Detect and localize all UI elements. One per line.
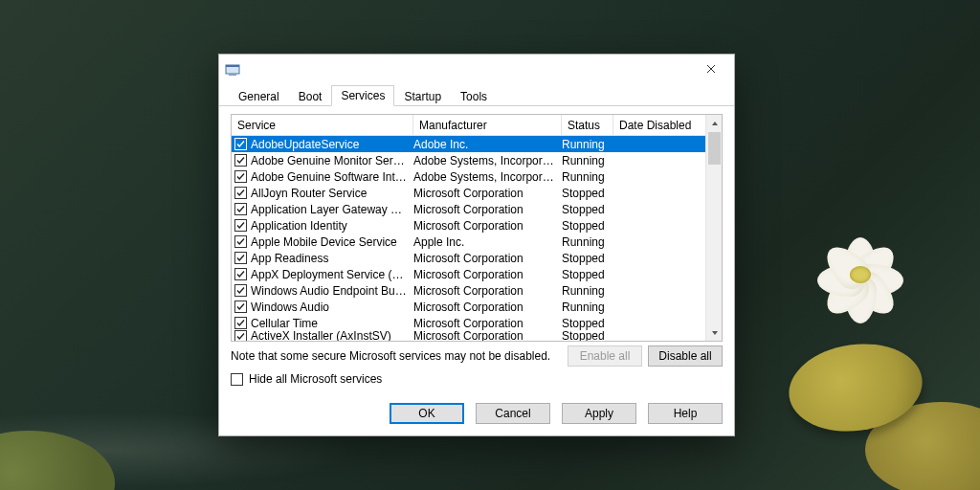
service-row[interactable]: Application IdentityMicrosoft Corporatio… bbox=[232, 217, 705, 234]
service-manufacturer: Microsoft Corporation bbox=[413, 203, 562, 216]
service-name: Windows Audio bbox=[251, 301, 413, 314]
service-name: Application Layer Gateway Service bbox=[251, 203, 413, 216]
service-status: Running bbox=[562, 235, 613, 249]
service-row[interactable]: Windows AudioMicrosoft CorporationRunnin… bbox=[232, 299, 705, 315]
service-manufacturer: Microsoft Corporation bbox=[413, 219, 562, 233]
service-status: Stopped bbox=[562, 268, 613, 281]
cancel-button[interactable]: Cancel bbox=[476, 403, 550, 424]
service-checkbox[interactable] bbox=[234, 138, 247, 150]
service-row[interactable]: Windows Audio Endpoint BuilderMicrosoft … bbox=[232, 282, 705, 299]
service-status: Running bbox=[562, 301, 613, 314]
service-row[interactable]: ActiveX Installer (AxInstSV)Microsoft Co… bbox=[232, 331, 705, 341]
service-status: Running bbox=[562, 138, 613, 151]
service-status: Stopped bbox=[562, 203, 613, 216]
help-button[interactable]: Help bbox=[648, 403, 723, 424]
service-checkbox[interactable] bbox=[234, 330, 247, 342]
disable-all-button[interactable]: Disable all bbox=[648, 345, 723, 367]
service-name: Adobe Genuine Software Integri... bbox=[251, 170, 413, 184]
service-manufacturer: Microsoft Corporation bbox=[413, 187, 562, 200]
tab-startup[interactable]: Startup bbox=[394, 86, 451, 106]
enable-all-button[interactable]: Enable all bbox=[568, 345, 642, 367]
col-date-disabled[interactable]: Date Disabled bbox=[613, 115, 705, 135]
service-status: Running bbox=[562, 154, 613, 167]
services-list: Service Manufacturer Status Date Disable… bbox=[231, 114, 723, 342]
col-service[interactable]: Service bbox=[232, 115, 413, 135]
service-row[interactable]: AllJoyn Router ServiceMicrosoft Corporat… bbox=[232, 185, 705, 201]
service-checkbox[interactable] bbox=[234, 154, 247, 167]
service-manufacturer: Microsoft Corporation bbox=[413, 268, 562, 281]
service-status: Running bbox=[562, 284, 613, 298]
service-name: Adobe Genuine Monitor Service bbox=[251, 154, 413, 167]
service-manufacturer: Microsoft Corporation bbox=[413, 317, 562, 330]
service-status: Stopped bbox=[562, 317, 613, 330]
titlebar bbox=[219, 55, 734, 83]
disable-note: Note that some secure Microsoft services… bbox=[231, 349, 562, 363]
service-checkbox[interactable] bbox=[234, 284, 247, 297]
service-status: Running bbox=[562, 170, 613, 184]
service-row[interactable]: AdobeUpdateServiceAdobe Inc.Running bbox=[232, 136, 705, 152]
col-manufacturer[interactable]: Manufacturer bbox=[413, 115, 562, 135]
hide-ms-label[interactable]: Hide all Microsoft services bbox=[249, 372, 382, 386]
service-name: Cellular Time bbox=[251, 317, 413, 330]
service-row[interactable]: Apple Mobile Device ServiceApple Inc.Run… bbox=[232, 234, 705, 250]
svg-rect-2 bbox=[229, 74, 236, 76]
service-status: Stopped bbox=[562, 219, 613, 233]
service-manufacturer: Microsoft Corporation bbox=[413, 329, 562, 341]
service-manufacturer: Microsoft Corporation bbox=[413, 284, 562, 298]
service-checkbox[interactable] bbox=[234, 219, 247, 232]
service-status: Stopped bbox=[562, 252, 613, 265]
service-row[interactable]: AppX Deployment Service (App...Microsoft… bbox=[232, 266, 705, 282]
service-name: AllJoyn Router Service bbox=[251, 187, 413, 200]
hide-ms-checkbox[interactable] bbox=[231, 373, 243, 386]
tab-general[interactable]: General bbox=[229, 86, 289, 106]
service-name: AdobeUpdateService bbox=[251, 138, 413, 151]
msconfig-icon bbox=[225, 61, 240, 77]
service-name: Apple Mobile Device Service bbox=[251, 235, 413, 249]
scroll-thumb[interactable] bbox=[708, 132, 721, 165]
service-name: App Readiness bbox=[251, 252, 413, 265]
service-status: Stopped bbox=[562, 187, 613, 200]
service-status: Stopped bbox=[562, 329, 613, 341]
service-manufacturer: Microsoft Corporation bbox=[413, 301, 562, 314]
scroll-down-icon[interactable] bbox=[706, 324, 723, 341]
service-name: ActiveX Installer (AxInstSV) bbox=[251, 329, 413, 341]
tab-boot[interactable]: Boot bbox=[289, 86, 332, 106]
service-name: Application Identity bbox=[251, 219, 413, 233]
tab-strip: GeneralBootServicesStartupTools bbox=[219, 83, 734, 106]
column-headers[interactable]: Service Manufacturer Status Date Disable… bbox=[232, 115, 705, 136]
service-row[interactable]: App ReadinessMicrosoft CorporationStoppe… bbox=[232, 250, 705, 266]
msconfig-dialog: GeneralBootServicesStartupTools Service … bbox=[218, 54, 735, 436]
ok-button[interactable]: OK bbox=[390, 403, 464, 424]
service-checkbox[interactable] bbox=[234, 252, 247, 264]
service-manufacturer: Microsoft Corporation bbox=[413, 252, 562, 265]
service-manufacturer: Adobe Systems, Incorpora... bbox=[413, 154, 562, 167]
service-manufacturer: Adobe Inc. bbox=[413, 138, 562, 151]
service-checkbox[interactable] bbox=[234, 187, 247, 199]
tab-services[interactable]: Services bbox=[331, 85, 394, 106]
vertical-scrollbar[interactable] bbox=[705, 115, 722, 341]
col-status[interactable]: Status bbox=[562, 115, 613, 135]
service-checkbox[interactable] bbox=[234, 301, 247, 313]
service-name: AppX Deployment Service (App... bbox=[251, 268, 413, 281]
service-row[interactable]: Adobe Genuine Monitor ServiceAdobe Syste… bbox=[232, 152, 705, 168]
apply-button[interactable]: Apply bbox=[562, 403, 636, 424]
service-checkbox[interactable] bbox=[234, 203, 247, 215]
service-checkbox[interactable] bbox=[234, 268, 247, 280]
service-name: Windows Audio Endpoint Builder bbox=[251, 284, 413, 298]
service-row[interactable]: Application Layer Gateway ServiceMicroso… bbox=[232, 201, 705, 217]
service-checkbox[interactable] bbox=[234, 235, 247, 248]
service-checkbox[interactable] bbox=[234, 170, 247, 183]
close-button[interactable] bbox=[690, 56, 732, 82]
service-row[interactable]: Adobe Genuine Software Integri...Adobe S… bbox=[232, 168, 705, 185]
service-manufacturer: Adobe Systems, Incorpora... bbox=[413, 170, 562, 184]
scroll-up-icon[interactable] bbox=[706, 115, 723, 131]
tab-tools[interactable]: Tools bbox=[451, 86, 497, 106]
service-manufacturer: Apple Inc. bbox=[413, 235, 562, 249]
service-checkbox[interactable] bbox=[234, 317, 247, 329]
svg-rect-1 bbox=[226, 65, 239, 67]
